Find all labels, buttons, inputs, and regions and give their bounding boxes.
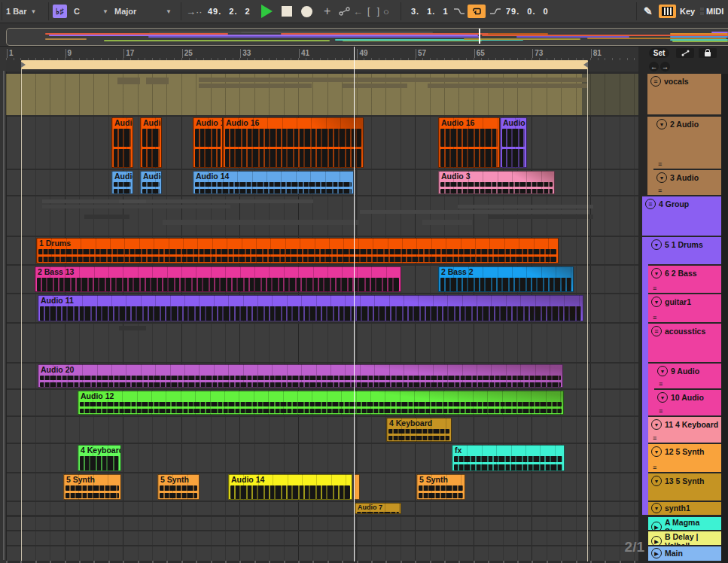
automation-lane-icon[interactable]: ≡ — [658, 187, 662, 194]
clip[interactable]: Audio 3 — [438, 171, 555, 194]
clip[interactable]: 5 Synth — [63, 474, 121, 500]
track-arrow-icon[interactable]: ▼ — [651, 419, 662, 430]
track-lane-15[interactable] — [6, 531, 638, 545]
track-arrow-icon[interactable]: ▼ — [651, 446, 662, 457]
clip[interactable]: 4 Keyboard — [386, 418, 452, 442]
add-track-button[interactable]: + — [324, 0, 330, 23]
loop-end-handle[interactable] — [583, 62, 588, 68]
clip[interactable]: 2 Bass 2 — [438, 266, 574, 292]
clip[interactable]: Audio — [140, 171, 162, 194]
loop-start-handle[interactable] — [21, 62, 26, 68]
clip[interactable]: Audio 16 — [438, 117, 500, 168]
clip[interactable]: Audio — [140, 117, 162, 168]
computer-midi-keyboard-button[interactable] — [659, 0, 676, 23]
track-lane-16[interactable] — [6, 546, 638, 561]
track-lane-3[interactable] — [6, 196, 638, 236]
clip[interactable]: Audio 7 — [355, 503, 401, 514]
vertical-scrollbar-right[interactable] — [721, 74, 728, 563]
arrangement-overview[interactable] — [0, 23, 728, 46]
track-header-guitar1[interactable]: ▼guitar1 ≡ — [648, 294, 721, 322]
loop-button[interactable] — [468, 0, 486, 23]
prev-button[interactable]: ← — [649, 62, 659, 72]
follow-icon[interactable]: →·· — [186, 0, 203, 23]
track-header-synth1[interactable]: ▼synth1 — [648, 502, 721, 515]
beat-time-ruler[interactable]: 19172533414957657381 — [6, 47, 638, 72]
clip[interactable]: 5 Synth — [157, 474, 200, 500]
group-fold-icon[interactable]: ≡ — [645, 199, 656, 209]
automation-mode-button[interactable] — [339, 0, 350, 23]
track-header-vocals[interactable]: ≡vocals — [647, 74, 721, 114]
clip[interactable]: Audio 11 — [38, 295, 583, 321]
play-button[interactable] — [261, 0, 273, 23]
group-fold-icon[interactable]: ≡ — [651, 326, 662, 336]
track-lane-7[interactable] — [6, 324, 638, 362]
next-button[interactable]: → — [660, 62, 670, 72]
clip[interactable] — [354, 474, 360, 500]
draw-mode-button[interactable]: ✎ — [644, 0, 653, 23]
track-arrow-icon[interactable]: ▼ — [651, 239, 662, 250]
automation-lane-icon[interactable]: ≡ — [658, 160, 662, 168]
loop-start-display[interactable]: 3. 1. 1 — [411, 0, 449, 23]
track-arrow-icon[interactable]: ▼ — [651, 297, 662, 307]
clip[interactable]: 4 Keyboard — [78, 445, 121, 471]
key-map-button[interactable]: Key — [680, 0, 695, 23]
scale-accidentals-button[interactable]: ♭♯ — [53, 0, 67, 23]
track-header-12-5-synth[interactable]: ▼12 5 Synth ≡ — [648, 444, 721, 472]
track-header-a-magma-stress[interactable]: ▶A Magma Stress — [648, 517, 721, 530]
clip[interactable]: Audio 16 — [223, 117, 364, 168]
group-fold-icon[interactable]: ≡ — [650, 76, 661, 87]
track-header-2-audio[interactable]: ▼2 Audio ≡ — [653, 117, 721, 169]
quantize-menu[interactable]: 1 Bar ▼ — [6, 0, 36, 23]
track-arrow-icon[interactable]: ▼ — [656, 119, 667, 129]
play-circle-icon[interactable]: ▶ — [651, 536, 662, 545]
track-lane-14[interactable] — [6, 517, 638, 530]
track-header-5-1-drums[interactable]: ▼5 1 Drums — [648, 237, 721, 264]
track-header-13-5-synth[interactable]: ▼13 5 Synth — [648, 473, 721, 501]
track-arrow-icon[interactable]: ▼ — [651, 476, 662, 486]
track-header-9-audio[interactable]: ▼9 Audio ≡ — [654, 364, 721, 388]
track-arrow-icon[interactable]: ▼ — [657, 392, 668, 403]
midi-map-button[interactable]: MIDI — [706, 0, 723, 23]
clip[interactable]: Audio — [111, 171, 133, 194]
automation-lane-icon[interactable]: ≡ — [653, 464, 656, 471]
circle-tool-icon[interactable]: ○ — [383, 0, 389, 23]
clip[interactable]: Audio 14 — [228, 474, 352, 500]
automation-lane-icon[interactable]: ≡ — [653, 285, 656, 292]
zoom-link-button[interactable] — [676, 48, 694, 58]
arrangement-position-display[interactable]: 49. 2. 2 — [208, 0, 251, 23]
track-arrow-icon[interactable]: ▼ — [657, 366, 668, 376]
stop-button[interactable] — [282, 0, 292, 23]
clip[interactable]: 5 Synth — [416, 474, 465, 500]
punch-in-button[interactable] — [453, 0, 465, 23]
track-header-b-delay-valhall[interactable]: ▶B Delay | Valhall — [648, 531, 721, 545]
track-lane-13[interactable] — [6, 502, 638, 515]
loop-length-display[interactable]: 79. 0. 0 — [506, 0, 549, 23]
track-header-main[interactable]: ▶Main — [648, 546, 721, 561]
record-button[interactable] — [301, 0, 312, 23]
track-arrow-icon[interactable]: ▼ — [651, 503, 662, 513]
set-button[interactable]: Set — [649, 48, 669, 58]
track-header-6-2-bass[interactable]: ▼6 2 Bass ≡ — [648, 266, 721, 293]
reenable-automation-button[interactable]: ← — [353, 0, 363, 23]
automation-lane-icon[interactable]: ≡ — [653, 434, 656, 442]
scale-name-menu[interactable]: Major ▼ — [114, 0, 175, 23]
automation-lane-icon[interactable]: ≡ — [659, 407, 663, 415]
track-header-acousstics[interactable]: ≡acousstics — [648, 324, 721, 362]
selection-brackets-icon[interactable]: [ ] — [367, 0, 382, 23]
clip[interactable]: Audio — [111, 117, 133, 168]
loop-brace[interactable] — [21, 60, 588, 69]
punch-out-button[interactable] — [489, 0, 501, 23]
track-lane-10[interactable] — [6, 417, 638, 443]
play-circle-icon[interactable]: ▶ — [651, 522, 662, 530]
track-arrow-icon[interactable]: ▼ — [656, 172, 667, 183]
play-circle-icon[interactable]: ▶ — [651, 548, 662, 558]
track-header-4-group[interactable]: ≡4 Group — [642, 196, 721, 236]
clip[interactable]: 2 Bass 13 — [35, 266, 401, 292]
clip[interactable]: fx — [452, 445, 565, 471]
track-header-3-audio[interactable]: ▼3 Audio ≡ — [653, 170, 721, 195]
clip[interactable]: Audio 1 — [500, 117, 527, 168]
clip[interactable]: Audio 12 — [78, 391, 564, 415]
track-lane-0[interactable] — [6, 74, 638, 115]
clip[interactable]: Audio 20 — [38, 364, 563, 388]
automation-lane-icon[interactable]: ≡ — [659, 380, 663, 388]
